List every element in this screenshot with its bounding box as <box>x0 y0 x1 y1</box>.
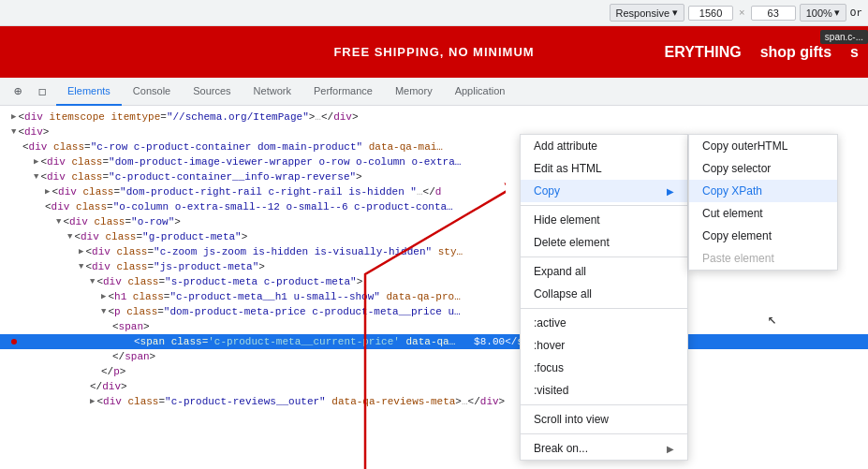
ctx-focus-label: :focus <box>534 361 564 374</box>
triangle-icon[interactable]: ▶ <box>79 244 83 259</box>
submenu-copy-xpath[interactable]: Copy XPath <box>689 180 837 202</box>
triangle-icon[interactable]: ▼ <box>90 274 95 289</box>
ctx-divider <box>521 205 687 206</box>
submenu-copy-element-label: Copy element <box>702 229 772 242</box>
triangle-icon[interactable]: ▼ <box>67 229 72 244</box>
copy-submenu: Copy outerHTML Copy selector Copy XPath … <box>688 134 838 271</box>
devtools-panel: ⊕ ◻ Elements Console Sources Network Per… <box>0 78 868 469</box>
responsive-button[interactable]: Responsive ▾ <box>610 4 684 22</box>
submenu-copy-outer-html[interactable]: Copy outerHTML <box>689 135 837 157</box>
ctx-divider <box>521 308 687 309</box>
ctx-hide[interactable]: Hide element <box>521 209 687 231</box>
tab-application[interactable]: Application <box>444 78 517 106</box>
ctx-break-on-label: Break on... <box>534 442 588 455</box>
triangle-icon[interactable]: ▶ <box>101 289 106 304</box>
or-text: Or <box>850 7 862 19</box>
html-line[interactable]: ▶ <div class="c-product-reviews__outer" … <box>0 394 868 409</box>
shipping-banner-text: FREE SHIPPING, NO MINIMUM <box>333 45 534 59</box>
html-line[interactable]: ▼ <div class="s-product-meta c-product-m… <box>0 274 868 289</box>
ctx-active-label: :active <box>534 316 566 330</box>
html-line[interactable]: </div> <box>0 379 868 394</box>
submenu-paste-element-label: Paste element <box>702 252 774 265</box>
submenu-cut-element-label: Cut element <box>702 207 763 220</box>
shop-gifts-text: shop gifts <box>760 44 831 61</box>
submenu-copy-xpath-label: Copy XPath <box>702 184 762 198</box>
ctx-hide-label: Hide element <box>534 213 600 227</box>
triangle-icon[interactable]: ▶ <box>34 154 38 169</box>
ctx-divider <box>521 433 687 434</box>
triangle-icon[interactable]: ▶ <box>90 394 95 409</box>
ctx-collapse-all-label: Collapse all <box>534 287 592 300</box>
dropdown-icon: ▾ <box>672 7 678 19</box>
html-line[interactable]: <span> <box>0 319 868 334</box>
more-text: s <box>850 44 859 61</box>
ctx-expand-all-label: Expand all <box>534 265 586 278</box>
copy-submenu-chevron: ▶ <box>667 186 674 197</box>
website-preview: FREE SHIPPING, NO MINIMUM ERYTHING shop … <box>0 26 868 78</box>
ctx-break-on[interactable]: Break on... ▶ <box>521 437 687 460</box>
triangle-icon[interactable]: ▶ <box>11 110 16 125</box>
devtools-toolbar: Responsive ▾ × 100% ▾ Or <box>0 0 868 26</box>
zoom-label: 100% <box>806 7 832 19</box>
triangle-icon[interactable]: ▼ <box>34 169 38 184</box>
html-line[interactable]: ▶ <div itemscope itemtype="//schema.org/… <box>0 110 868 125</box>
dimension-separator: × <box>737 7 747 19</box>
html-line[interactable]: </span> <box>0 349 868 364</box>
tab-network[interactable]: Network <box>243 78 302 106</box>
triangle-icon[interactable]: ▶ <box>45 184 50 199</box>
ctx-scroll-view[interactable]: Scroll into view <box>521 408 687 431</box>
zoom-button[interactable]: 100% ▾ <box>800 4 846 22</box>
ctx-hover-label: :hover <box>534 339 565 352</box>
submenu-copy-element[interactable]: Copy element <box>689 225 837 247</box>
html-line[interactable]: ▶ <h1 class="c-product-meta__h1 u-small-… <box>0 289 868 304</box>
height-input[interactable] <box>751 6 796 21</box>
everything-text: ERYTHING <box>665 44 742 61</box>
ctx-collapse-all[interactable]: Collapse all <box>521 283 687 305</box>
ctx-delete[interactable]: Delete element <box>521 231 687 254</box>
triangle-icon[interactable]: ▼ <box>56 214 61 229</box>
tab-icons: ⊕ ◻ <box>4 81 56 102</box>
ctx-edit-html[interactable]: Edit as HTML <box>521 157 687 180</box>
html-line[interactable]: ▼ <p class="dom-product-meta-price c-pro… <box>0 304 868 319</box>
ctx-hover[interactable]: :hover <box>521 334 687 357</box>
submenu-cut-element[interactable]: Cut element <box>689 202 837 225</box>
ctx-expand-all[interactable]: Expand all <box>521 260 687 283</box>
inspect-icon[interactable]: ◻ <box>32 81 52 102</box>
break-on-chevron: ▶ <box>667 444 674 454</box>
submenu-copy-outer-html-label: Copy outerHTML <box>702 139 787 153</box>
submenu-copy-selector[interactable]: Copy selector <box>689 157 837 180</box>
ctx-scroll-view-label: Scroll into view <box>534 413 609 426</box>
ctx-visited[interactable]: :visited <box>521 379 687 402</box>
triangle-icon[interactable]: ▼ <box>11 125 16 139</box>
ctx-edit-html-label: Edit as HTML <box>534 162 602 175</box>
ctx-add-attribute[interactable]: Add attribute <box>521 135 687 157</box>
ctx-visited-label: :visited <box>534 384 568 397</box>
triangle-icon[interactable]: ▼ <box>101 304 106 319</box>
selected-html-line[interactable]: <span class='c-product-meta__current-pri… <box>0 334 868 349</box>
tab-console[interactable]: Console <box>122 78 182 106</box>
ctx-copy-label: Copy <box>534 184 560 198</box>
context-menu: Add attribute Edit as HTML Copy ▶ Hide e… <box>520 134 688 461</box>
element-tooltip: span.c-... <box>820 30 868 44</box>
responsive-label: Responsive <box>616 7 669 19</box>
cursor-icon[interactable]: ⊕ <box>7 81 28 102</box>
html-panel[interactable]: ▶ <div itemscope itemtype="//schema.org/… <box>0 106 868 469</box>
ctx-delete-label: Delete element <box>534 236 610 249</box>
tab-elements[interactable]: Elements <box>56 78 122 106</box>
width-input[interactable] <box>688 6 733 21</box>
ctx-divider <box>521 404 687 405</box>
ctx-active[interactable]: :active <box>521 312 687 334</box>
ctx-add-attribute-label: Add attribute <box>534 139 597 153</box>
html-line[interactable]: </p> <box>0 364 868 379</box>
submenu-paste-element[interactable]: Paste element <box>689 247 837 270</box>
tab-sources[interactable]: Sources <box>182 78 242 106</box>
ctx-divider <box>521 256 687 257</box>
ctx-focus[interactable]: :focus <box>521 357 687 379</box>
ctx-copy[interactable]: Copy ▶ <box>521 180 687 202</box>
tab-performance[interactable]: Performance <box>302 78 384 106</box>
tab-memory[interactable]: Memory <box>384 78 444 106</box>
triangle-icon[interactable]: ▼ <box>79 259 83 274</box>
devtools-tabs-bar: ⊕ ◻ Elements Console Sources Network Per… <box>0 78 868 106</box>
zoom-dropdown-icon: ▾ <box>834 7 840 19</box>
submenu-copy-selector-label: Copy selector <box>702 162 771 175</box>
